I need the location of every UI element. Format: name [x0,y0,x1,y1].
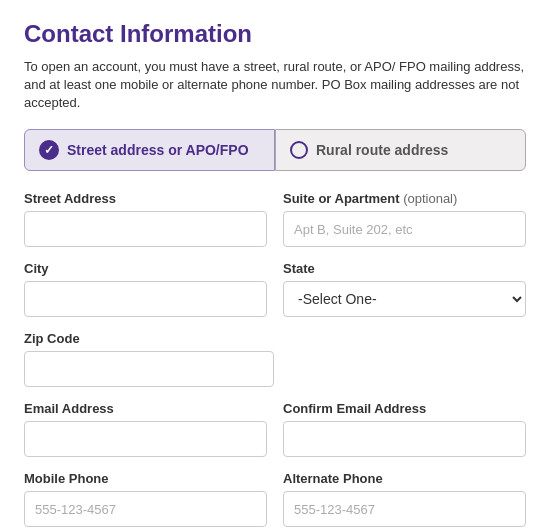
suite-apartment-group: Suite or Apartment (optional) [283,191,526,247]
street-address-group: Street Address [24,191,267,247]
alternate-phone-group: Alternate Phone [283,471,526,527]
email-address-label: Email Address [24,401,267,416]
city-group: City [24,261,267,317]
alternate-phone-label: Alternate Phone [283,471,526,486]
confirm-email-input[interactable] [283,421,526,457]
zip-row: Zip Code [24,331,526,387]
email-row: Email Address Confirm Email Address [24,401,526,457]
street-selected-icon [39,140,59,160]
alternate-phone-input[interactable] [283,491,526,527]
state-select[interactable]: -Select One- [283,281,526,317]
zip-code-input[interactable] [24,351,274,387]
mobile-phone-group: Mobile Phone [24,471,267,527]
page-description: To open an account, you must have a stre… [24,58,526,113]
street-suite-row: Street Address Suite or Apartment (optio… [24,191,526,247]
city-input[interactable] [24,281,267,317]
state-group: State -Select One- [283,261,526,317]
zip-code-group: Zip Code [24,331,274,387]
city-state-row: City State -Select One- [24,261,526,317]
mobile-phone-input[interactable] [24,491,267,527]
rural-route-toggle-btn[interactable]: Rural route address [275,129,526,171]
city-label: City [24,261,267,276]
suite-apartment-input[interactable] [283,211,526,247]
street-address-toggle-btn[interactable]: Street address or APO/FPO [24,129,275,171]
email-address-input[interactable] [24,421,267,457]
mobile-phone-label: Mobile Phone [24,471,267,486]
address-type-toggle: Street address or APO/FPO Rural route ad… [24,129,526,171]
rural-toggle-label: Rural route address [316,142,448,158]
rural-radio-icon [290,141,308,159]
state-label: State [283,261,526,276]
zip-code-label: Zip Code [24,331,274,346]
street-toggle-label: Street address or APO/FPO [67,142,249,158]
street-address-input[interactable] [24,211,267,247]
confirm-email-label: Confirm Email Address [283,401,526,416]
confirm-email-group: Confirm Email Address [283,401,526,457]
phone-row: Mobile Phone Alternate Phone [24,471,526,527]
page-title: Contact Information [24,20,526,48]
suite-apartment-label: Suite or Apartment (optional) [283,191,526,206]
street-address-label: Street Address [24,191,267,206]
email-address-group: Email Address [24,401,267,457]
